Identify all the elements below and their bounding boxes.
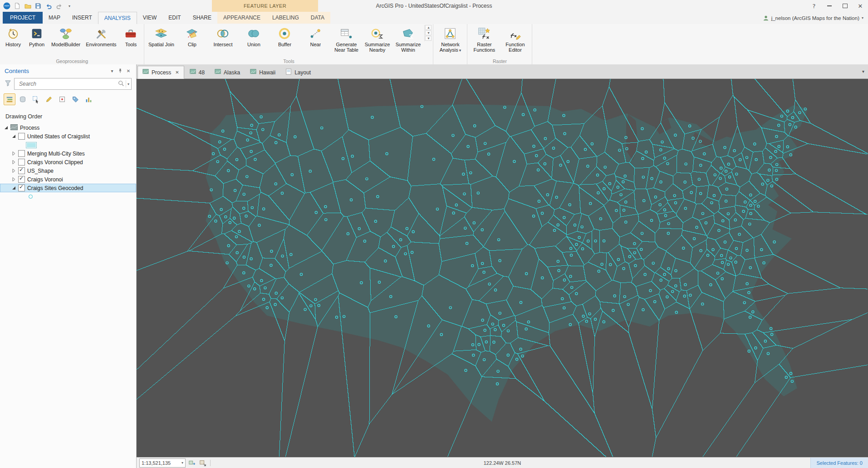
layer-row-merging-multi-city-sites[interactable]: Merging Multi-City Sites <box>0 149 136 158</box>
pin-icon[interactable] <box>116 67 124 75</box>
list-by-editing-button[interactable] <box>43 93 55 105</box>
filter-icon[interactable] <box>5 80 11 88</box>
layer-row-craigs-voronoi[interactable]: Craigs Voronoi <box>0 175 136 184</box>
ribbon-tab-row: PROJECTMAPINSERTANALYSISVIEWEDITSHAREAPP… <box>0 12 868 24</box>
spatial-join-button[interactable]: Spatial Join <box>146 25 177 54</box>
union-icon <box>247 26 260 41</box>
layer-checkbox[interactable] <box>18 150 25 157</box>
view-tab-overflow-icon[interactable]: ▾ <box>862 69 864 74</box>
list-by-snapping-button[interactable] <box>56 93 68 105</box>
raster-functions-button[interactable]: Raster Functions <box>469 25 500 54</box>
map-view[interactable] <box>137 79 868 457</box>
view-tab-layout[interactable]: Layout <box>281 66 315 78</box>
pane-close-icon[interactable]: ✕ <box>124 67 132 75</box>
modelbuilder-icon <box>59 26 73 41</box>
expanded-expander-icon[interactable] <box>11 134 16 138</box>
network-analysis-button[interactable]: Network Analysis▾ <box>435 25 466 54</box>
view-tab-48[interactable]: 48 <box>185 66 209 78</box>
locate-icon[interactable] <box>198 458 207 468</box>
gallery-expand-button[interactable]: ▾ <box>425 36 432 41</box>
gallery-scroll-up-button[interactable]: ▴ <box>425 25 432 30</box>
layer-checkbox[interactable] <box>18 176 25 183</box>
expanded-expander-icon[interactable] <box>11 186 16 190</box>
list-by-data-source-button[interactable] <box>17 93 29 105</box>
view-tab-hawaii[interactable]: Hawaii <box>245 66 280 78</box>
layer-checkbox[interactable] <box>18 159 25 166</box>
qat-customize-icon[interactable]: ▾ <box>65 2 74 10</box>
scale-combobox[interactable]: 1:13,521,135 ▾ <box>139 458 186 468</box>
tools-button[interactable]: Tools <box>119 25 142 49</box>
intersect-button[interactable]: Intersect <box>207 25 238 54</box>
gallery-scroll-down-button[interactable]: ▾ <box>425 30 432 35</box>
point-symbol-swatch[interactable] <box>29 195 33 199</box>
layer-checkbox[interactable] <box>18 133 25 140</box>
layer-row-united-states-of-craigslist[interactable]: United States of Craigslist <box>0 132 136 141</box>
collapsed-expander-icon[interactable] <box>11 169 16 173</box>
layer-label: Craigs Voronoi Clipped <box>27 159 83 166</box>
layer-checkbox[interactable] <box>18 167 25 174</box>
ribbon-tab-appearance[interactable]: APPEARANCE <box>217 12 266 24</box>
view-tab-label: Layout <box>294 69 311 76</box>
ribbon-tab-analysis[interactable]: ANALYSIS <box>98 12 137 24</box>
collapsed-expander-icon[interactable] <box>11 160 16 164</box>
layer-row-craigs-sites-geocoded[interactable]: Craigs Sites Geocoded <box>0 184 136 192</box>
expanded-expander-icon[interactable] <box>4 126 8 130</box>
minimize-button[interactable] <box>822 0 837 12</box>
search-input[interactable] <box>18 80 118 88</box>
layer-row-us-shape[interactable]: US_Shape <box>0 166 136 175</box>
summarize-within-button[interactable]: Summarize Within <box>392 25 423 54</box>
maximize-button[interactable] <box>837 0 853 12</box>
undo-icon[interactable] <box>44 2 53 10</box>
close-button[interactable]: ✕ <box>853 0 868 12</box>
legend-swatch-row[interactable] <box>0 141 136 149</box>
environments-button[interactable]: Environments <box>83 25 119 49</box>
union-button[interactable]: Union <box>238 25 269 54</box>
open-project-icon[interactable] <box>24 2 32 10</box>
list-by-charts-button[interactable] <box>83 93 94 105</box>
python-button[interactable]: Python <box>25 25 49 49</box>
ribbon-tab-insert[interactable]: INSERT <box>66 12 98 24</box>
redo-icon[interactable] <box>55 2 63 10</box>
ribbon-item-text: ModelBuilder <box>51 42 80 47</box>
account-menu[interactable]: j_nelson (ArcGIS Maps for the Nation) ▾ <box>763 12 863 24</box>
buffer-button[interactable]: Buffer <box>269 25 300 54</box>
layer-label: Craigs Sites Geocoded <box>27 185 83 191</box>
list-by-labeling-button[interactable] <box>69 93 81 105</box>
search-icon[interactable] <box>118 80 124 88</box>
near-button[interactable]: Near <box>300 25 331 54</box>
summarize-nearby-icon <box>370 26 384 41</box>
layer-row-process[interactable]: Process <box>0 123 136 132</box>
ribbon-tab-map[interactable]: MAP <box>43 12 66 24</box>
new-project-icon[interactable] <box>13 2 21 10</box>
function-editor-button[interactable]: Function Editor <box>500 25 530 54</box>
help-button[interactable]: ? <box>806 0 822 12</box>
layer-checkbox[interactable] <box>18 185 25 191</box>
clip-button[interactable]: Clip <box>177 25 207 54</box>
ribbon-tab-labeling[interactable]: LABELING <box>266 12 305 24</box>
ribbon-tab-share[interactable]: SHARE <box>187 12 217 24</box>
pane-menu-icon[interactable]: ▾ <box>108 67 116 75</box>
ribbon-tab-data[interactable]: DATA <box>305 12 330 24</box>
history-button[interactable]: History <box>1 25 25 49</box>
generate-near-table-button[interactable]: Generate Near Table <box>331 25 362 54</box>
polygon-symbol-swatch[interactable] <box>26 142 37 148</box>
collapsed-expander-icon[interactable] <box>11 177 16 181</box>
ribbon-tab-project[interactable]: PROJECT <box>3 12 43 24</box>
view-tab-process[interactable]: Process✕ <box>137 66 184 79</box>
layer-row-craigs-voronoi-clipped[interactable]: Craigs Voronoi Clipped <box>0 158 136 166</box>
summarize-nearby-button[interactable]: Summarize Nearby <box>362 25 392 54</box>
legend-swatch-row[interactable] <box>0 192 136 201</box>
new-bookmark-icon[interactable] <box>187 458 196 468</box>
search-options-icon[interactable]: ▾ <box>128 82 129 86</box>
ribbon-tab-view[interactable]: VIEW <box>137 12 163 24</box>
view-tab-alaska[interactable]: Alaska <box>210 66 245 78</box>
selected-features-status[interactable]: Selected Features: 0 <box>810 458 868 468</box>
close-view-icon[interactable]: ✕ <box>175 70 179 75</box>
collapsed-expander-icon[interactable] <box>11 151 16 156</box>
save-icon[interactable] <box>34 2 42 10</box>
arcgis-logo-icon[interactable] <box>3 2 11 10</box>
ribbon-tab-edit[interactable]: EDIT <box>162 12 186 24</box>
list-by-selection-button[interactable] <box>30 93 42 105</box>
modelbuilder-button[interactable]: ModelBuilder <box>49 25 83 49</box>
list-by-drawing-order-button[interactable] <box>4 93 15 105</box>
